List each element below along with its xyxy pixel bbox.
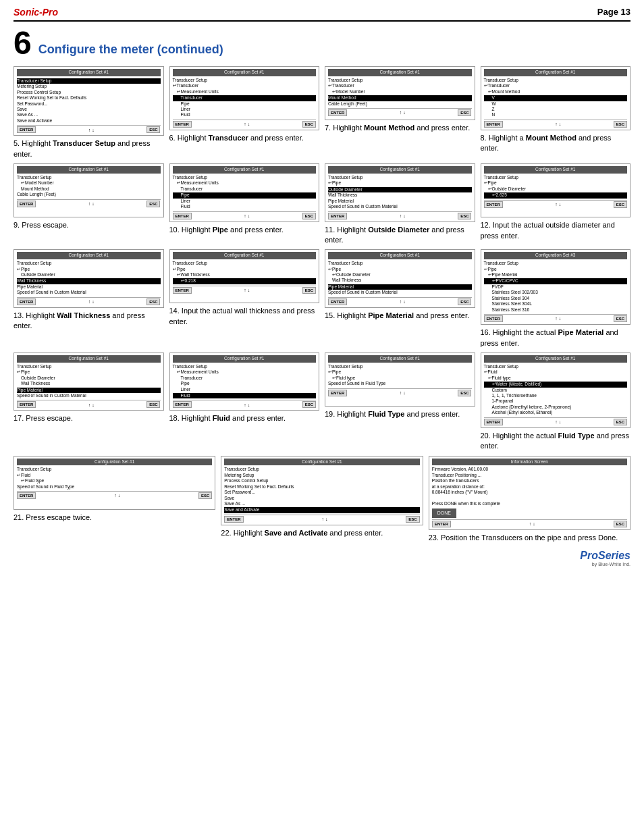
brand-title: Sonic-Pro bbox=[14, 7, 58, 18]
enter-button[interactable]: ENTER bbox=[173, 287, 192, 294]
enter-button[interactable]: ENTER bbox=[224, 516, 243, 523]
esc-button[interactable]: ESC bbox=[146, 201, 160, 207]
enter-button[interactable]: ENTER bbox=[484, 121, 503, 128]
screen-line: ↵Transducer bbox=[173, 83, 317, 88]
enter-button[interactable]: ENTER bbox=[484, 201, 503, 208]
esc-button[interactable]: ESC bbox=[302, 401, 316, 408]
screen-line: ↵Measurement Units bbox=[173, 180, 317, 186]
screen-box-12: Configuration Set #1Transducer Setup↵Pip… bbox=[481, 163, 631, 217]
enter-button[interactable]: ENTER bbox=[328, 298, 347, 305]
enter-button[interactable]: ENTER bbox=[432, 521, 451, 527]
logo-text: ProSeries bbox=[580, 550, 630, 561]
step-description-14: 14. Input the actual wall thickness and … bbox=[169, 306, 320, 327]
esc-button[interactable]: ESC bbox=[302, 213, 316, 219]
done-button[interactable]: DONE bbox=[432, 509, 456, 517]
screen-title-16: Configuration Set #3 bbox=[484, 252, 628, 259]
enter-button[interactable]: ENTER bbox=[173, 121, 192, 128]
screen-line: Transducer Setup bbox=[328, 364, 472, 369]
enter-button[interactable]: ENTER bbox=[17, 401, 36, 408]
screen-line: PVDF bbox=[484, 284, 628, 290]
screen-line: ↵Fluid bbox=[17, 473, 212, 478]
screen-line: Transducer bbox=[173, 186, 317, 192]
screen-line: Set Password... bbox=[17, 101, 161, 107]
screen-line: Z bbox=[484, 107, 628, 112]
screen-line: ↵Outside Diameter bbox=[484, 186, 628, 192]
esc-button[interactable]: ESC bbox=[614, 521, 627, 527]
enter-button[interactable]: ENTER bbox=[328, 390, 347, 396]
screen-box-11: Configuration Set #1Transducer Setup↵Pip… bbox=[325, 163, 475, 221]
esc-button[interactable]: ESC bbox=[458, 213, 471, 219]
enter-button[interactable]: ENTER bbox=[173, 213, 192, 219]
enter-button[interactable]: ENTER bbox=[17, 298, 36, 305]
esc-button[interactable]: ESC bbox=[302, 287, 316, 294]
info-line: 0.884416 inches ("V" Mount) bbox=[432, 490, 627, 495]
screen-line: Transducer Setup bbox=[173, 78, 317, 83]
nav-arrows: ↑ ↓ bbox=[244, 213, 250, 219]
enter-button[interactable]: ENTER bbox=[328, 213, 347, 219]
esc-button[interactable]: ESC bbox=[198, 492, 212, 499]
screen-title-20: Configuration Set #1 bbox=[484, 355, 628, 363]
info-line: Transducer Positioning ... bbox=[432, 473, 627, 478]
step-cell-7: Configuration Set #1Transducer Setup↵Tra… bbox=[325, 66, 475, 159]
screen-line: Pipe Material bbox=[17, 284, 161, 290]
screen-line: Fluid bbox=[173, 112, 317, 118]
step-description-18: 18. Highlight Fluid and press enter. bbox=[169, 413, 320, 423]
screen-line: Speed of Sound in Fluid Type bbox=[17, 484, 212, 490]
esc-button[interactable]: ESC bbox=[614, 121, 627, 128]
screen-footer-10: ENTER↑ ↓ESC bbox=[173, 211, 317, 219]
screen-title-12: Configuration Set #1 bbox=[484, 166, 628, 174]
screen-line: Pipe Material bbox=[17, 388, 161, 393]
step-cell-22: Configuration Set #1Transducer SetupMete… bbox=[221, 456, 423, 544]
enter-button[interactable]: ENTER bbox=[484, 315, 503, 322]
screen-line: Mount Method bbox=[17, 186, 161, 192]
esc-button[interactable]: ESC bbox=[614, 419, 627, 425]
screen-line: N bbox=[484, 112, 628, 118]
screen-footer-14: ENTER↑ ↓ESC bbox=[173, 286, 317, 294]
enter-button[interactable]: ENTER bbox=[484, 419, 503, 425]
screen-line: Cable Length (Feet) bbox=[328, 101, 472, 107]
enter-button[interactable]: ENTER bbox=[17, 201, 36, 207]
screen-line: ↵Water (Waste, Distilled) bbox=[484, 382, 628, 387]
screen-line: Transducer Setup bbox=[328, 78, 472, 83]
screen-footer-22: ENTER↑ ↓ESC bbox=[224, 515, 419, 523]
enter-button[interactable]: ENTER bbox=[17, 492, 36, 499]
info-line: at a separation distance of: bbox=[432, 484, 627, 490]
screen-box-16: Configuration Set #3Transducer Setup↵Pip… bbox=[481, 249, 631, 325]
screen-line: Save bbox=[224, 496, 419, 501]
screen-line: Save bbox=[17, 107, 161, 112]
esc-button[interactable]: ESC bbox=[614, 201, 627, 208]
esc-button[interactable]: ESC bbox=[458, 109, 471, 116]
esc-button[interactable]: ESC bbox=[302, 121, 316, 128]
enter-button[interactable]: ENTER bbox=[328, 109, 347, 116]
screen-line: Liner bbox=[173, 387, 317, 392]
screen-line: ↵Fluid bbox=[484, 369, 628, 375]
step-description-6: 6. Highlight Transducer and press enter. bbox=[169, 133, 320, 143]
esc-button[interactable]: ESC bbox=[146, 126, 160, 133]
screen-line: Transducer Setup bbox=[17, 175, 161, 180]
esc-button[interactable]: ESC bbox=[458, 298, 471, 305]
esc-button[interactable]: ESC bbox=[614, 315, 627, 322]
esc-button[interactable]: ESC bbox=[146, 298, 160, 305]
screen-title-6: Configuration Set #1 bbox=[173, 69, 317, 76]
nav-arrows: ↑ ↓ bbox=[114, 492, 120, 498]
screen-footer-18: ENTER↑ ↓ESC bbox=[173, 400, 317, 408]
esc-button[interactable]: ESC bbox=[406, 516, 419, 523]
screen-line: ↵Measurement Units bbox=[173, 89, 317, 95]
esc-button[interactable]: ESC bbox=[146, 401, 160, 408]
enter-button[interactable]: ENTER bbox=[17, 126, 36, 133]
nav-arrows: ↑ ↓ bbox=[555, 315, 561, 321]
steps-row-1: Configuration Set #1Transducer SetupMete… bbox=[14, 66, 630, 159]
screen-box-17: Configuration Set #1Transducer Setup↵Pip… bbox=[14, 353, 164, 411]
screen-footer-9: ENTER↑ ↓ESC bbox=[17, 199, 161, 207]
screen-line: ↵Model Number bbox=[328, 89, 472, 95]
step-cell-5: Configuration Set #1Transducer SetupMete… bbox=[14, 66, 164, 159]
screen-line: Fluid bbox=[173, 204, 317, 209]
esc-button[interactable]: ESC bbox=[458, 390, 471, 396]
enter-button[interactable]: ENTER bbox=[173, 401, 192, 408]
screen-line: Wall Thickness bbox=[328, 278, 472, 283]
screen-line: Transducer Setup bbox=[173, 175, 317, 180]
steps-row-5: Configuration Set #1Transducer Setup↵Flu… bbox=[14, 456, 630, 544]
screen-line: Liner bbox=[173, 199, 317, 204]
nav-arrows: ↑ ↓ bbox=[322, 516, 328, 522]
screen-line: Process Control Setup bbox=[224, 478, 419, 484]
